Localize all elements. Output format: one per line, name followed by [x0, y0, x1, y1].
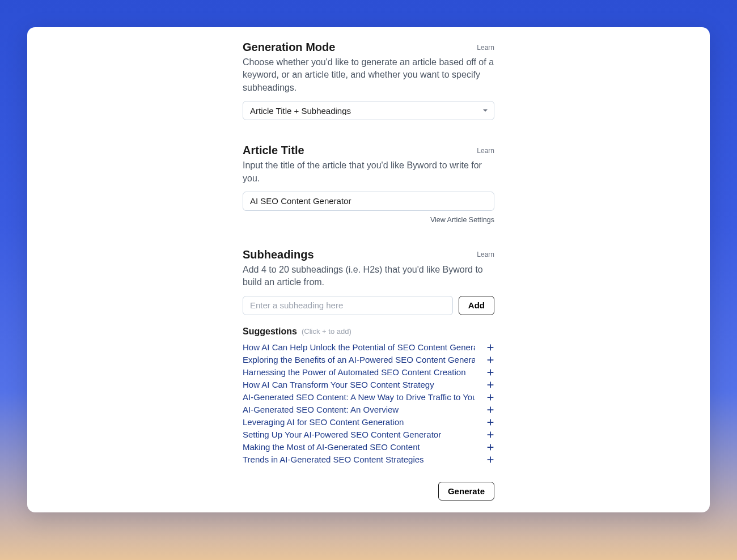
generation-mode-title: Generation Mode	[243, 41, 335, 54]
suggestion-item: Trends in AI-Generated SEO Content Strat…	[243, 453, 494, 466]
form-card: Generation Mode Learn Choose whether you…	[27, 27, 710, 512]
suggestion-text: Setting Up Your AI-Powered SEO Content G…	[243, 430, 441, 439]
learn-link[interactable]: Learn	[477, 251, 494, 258]
plus-icon[interactable]	[486, 381, 494, 389]
settings-link-row: View Article Settings	[243, 214, 494, 224]
suggestion-text: How AI Can Help Unlock the Potential of …	[243, 342, 475, 352]
suggestions-title: Suggestions	[243, 326, 297, 337]
suggestion-text: How AI Can Transform Your SEO Content St…	[243, 380, 434, 389]
plus-icon[interactable]	[486, 343, 494, 351]
suggestion-item: How AI Can Help Unlock the Potential of …	[243, 341, 494, 354]
plus-icon[interactable]	[486, 431, 494, 439]
suggestion-text: Making the Most of AI-Generated SEO Cont…	[243, 442, 420, 452]
form-content: Generation Mode Learn Choose whether you…	[243, 41, 494, 499]
subheading-input-row: Add	[243, 296, 494, 315]
suggestion-item: AI-Generated SEO Content: An Overview	[243, 404, 494, 416]
suggestion-text: AI-Generated SEO Content: A New Way to D…	[243, 392, 475, 402]
generation-mode-description: Choose whether you'd like to generate an…	[243, 56, 494, 94]
plus-icon[interactable]	[486, 393, 494, 401]
suggestion-text: Leveraging AI for SEO Content Generation	[243, 417, 404, 427]
generation-mode-select-wrapper: Article Title + Subheadings	[243, 101, 494, 120]
article-title-input[interactable]	[243, 192, 494, 211]
suggestion-item: Exploring the Benefits of an AI-Powered …	[243, 354, 494, 366]
section-header: Subheadings Learn	[243, 248, 494, 261]
suggestion-text: Exploring the Benefits of an AI-Powered …	[243, 355, 475, 364]
plus-icon[interactable]	[486, 456, 494, 464]
suggestion-text: AI-Generated SEO Content: An Overview	[243, 405, 399, 414]
suggestion-item: Making the Most of AI-Generated SEO Cont…	[243, 441, 494, 453]
suggestion-item: Setting Up Your AI-Powered SEO Content G…	[243, 429, 494, 441]
subheading-input[interactable]	[243, 296, 453, 315]
article-title-section: Article Title Learn Input the title of t…	[243, 144, 494, 224]
section-header: Article Title Learn	[243, 144, 494, 157]
suggestion-text: Harnessing the Power of Automated SEO Co…	[243, 367, 466, 377]
learn-link[interactable]: Learn	[477, 44, 494, 52]
article-title-heading: Article Title	[243, 144, 304, 157]
add-button[interactable]: Add	[459, 296, 494, 315]
plus-icon[interactable]	[486, 356, 494, 364]
suggestion-item: Leveraging AI for SEO Content Generation	[243, 416, 494, 429]
learn-link[interactable]: Learn	[477, 147, 494, 155]
article-title-description: Input the title of the article that you'…	[243, 159, 494, 185]
subheadings-title: Subheadings	[243, 248, 314, 261]
plus-icon[interactable]	[486, 406, 494, 414]
generate-button[interactable]: Generate	[438, 482, 494, 500]
plus-icon[interactable]	[486, 368, 494, 376]
suggestion-text: Trends in AI-Generated SEO Content Strat…	[243, 455, 424, 464]
generation-mode-section: Generation Mode Learn Choose whether you…	[243, 41, 494, 120]
suggestions-header: Suggestions (Click + to add)	[243, 326, 494, 337]
suggestions-list: How AI Can Help Unlock the Potential of …	[243, 341, 494, 466]
section-header: Generation Mode Learn	[243, 41, 494, 54]
suggestions-hint: (Click + to add)	[302, 327, 351, 336]
subheadings-description: Add 4 to 20 subheadings (i.e. H2s) that …	[243, 264, 494, 289]
suggestion-item: Harnessing the Power of Automated SEO Co…	[243, 366, 494, 379]
subheadings-section: Subheadings Learn Add 4 to 20 subheading…	[243, 248, 494, 500]
generate-row: Generate	[243, 482, 494, 500]
plus-icon[interactable]	[486, 418, 494, 426]
plus-icon[interactable]	[486, 443, 494, 451]
generation-mode-select[interactable]: Article Title + Subheadings	[243, 101, 494, 120]
suggestion-item: AI-Generated SEO Content: A New Way to D…	[243, 391, 494, 404]
suggestion-item: How AI Can Transform Your SEO Content St…	[243, 379, 494, 391]
view-article-settings-link[interactable]: View Article Settings	[430, 216, 494, 224]
